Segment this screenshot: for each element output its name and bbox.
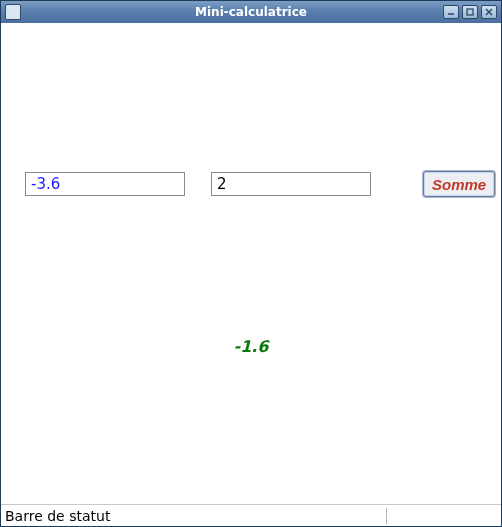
statusbar-panel (387, 505, 497, 526)
client-area: Somme -1.6 (1, 23, 501, 504)
system-menu-icon[interactable] (5, 4, 21, 20)
title-bar: Mini-calculatrice (1, 1, 501, 23)
operand-a-input[interactable] (25, 172, 185, 196)
window-controls (443, 5, 497, 19)
operand-b-input[interactable] (211, 172, 371, 196)
input-row: Somme (1, 171, 501, 197)
minimize-button[interactable] (443, 5, 459, 19)
close-button[interactable] (481, 5, 497, 19)
maximize-button[interactable] (462, 5, 478, 19)
status-text: Barre de statut (5, 508, 382, 524)
window-title: Mini-calculatrice (1, 5, 501, 19)
status-bar: Barre de statut (1, 504, 501, 526)
result-label: -1.6 (1, 337, 501, 356)
app-window: Mini-calculatrice Somme -1.6 Barre de st… (0, 0, 502, 527)
svg-rect-1 (467, 9, 473, 15)
sum-button[interactable]: Somme (423, 171, 495, 197)
